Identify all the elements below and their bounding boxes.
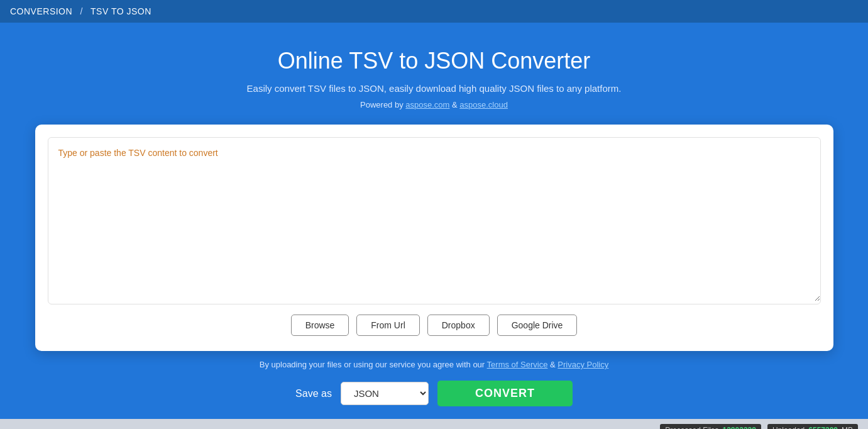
textarea-wrapper xyxy=(48,137,821,304)
uploaded-unit: MB xyxy=(842,426,853,429)
dropbox-button[interactable]: Dropbox xyxy=(427,315,490,336)
powered-by-prefix: Powered by xyxy=(360,100,404,109)
upload-buttons-row: Browse From Url Dropbox Google Drive xyxy=(48,315,821,336)
powered-by-ampersand: & xyxy=(452,100,458,109)
powered-by-text: Powered by aspose.com & aspose.cloud xyxy=(360,100,508,109)
converter-card: Browse From Url Dropbox Google Drive xyxy=(35,125,833,351)
terms-bar: By uploading your files or using our ser… xyxy=(260,360,608,369)
terms-prefix: By uploading your files or using our ser… xyxy=(260,360,485,369)
breadcrumb: CONVERSION / TSV TO JSON xyxy=(10,6,151,16)
breadcrumb-current: TSV TO JSON xyxy=(91,6,151,16)
breadcrumb-conversion-link[interactable]: CONVERSION xyxy=(10,6,72,16)
top-nav: CONVERSION / TSV TO JSON xyxy=(0,0,868,23)
aspose-cloud-link[interactable]: aspose.cloud xyxy=(459,100,508,109)
convert-button[interactable]: CONVERT xyxy=(437,381,573,406)
processed-files-badge: Processed Files 13803338 xyxy=(660,424,761,429)
uploaded-value: 6557399 xyxy=(808,426,838,429)
google-drive-button[interactable]: Google Drive xyxy=(497,315,578,336)
privacy-policy-link[interactable]: Privacy Policy xyxy=(558,360,608,369)
page-title: Online TSV to JSON Converter xyxy=(278,48,591,74)
page-subtitle: Easily convert TSV files to JSON, easily… xyxy=(247,83,622,94)
processed-files-label: Processed Files xyxy=(665,426,718,429)
terms-amp: & xyxy=(550,360,558,369)
footer-bar: Processed Files 13803338 Uploaded 655739… xyxy=(0,419,868,429)
save-convert-row: Save as JSON CSV XML XLSX CONVERT xyxy=(295,381,573,406)
main-content: Online TSV to JSON Converter Easily conv… xyxy=(0,23,868,419)
save-as-label: Save as xyxy=(295,388,332,399)
browse-button[interactable]: Browse xyxy=(291,315,349,336)
processed-files-value: 13803338 xyxy=(723,426,756,429)
terms-of-service-link[interactable]: Terms of Service xyxy=(487,360,548,369)
aspose-com-link[interactable]: aspose.com xyxy=(405,100,449,109)
format-select[interactable]: JSON CSV XML XLSX xyxy=(341,382,429,405)
tsv-input-textarea[interactable] xyxy=(48,138,820,301)
uploaded-badge: Uploaded 6557399 MB xyxy=(767,424,858,429)
breadcrumb-separator: / xyxy=(80,6,83,16)
from-url-button[interactable]: From Url xyxy=(356,315,419,336)
uploaded-label: Uploaded xyxy=(772,426,805,429)
